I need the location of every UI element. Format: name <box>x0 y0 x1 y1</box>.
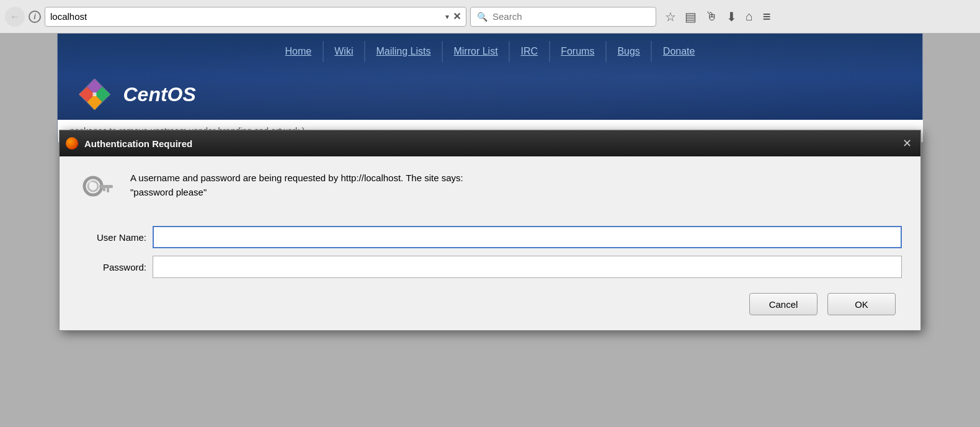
info-icon[interactable]: i <box>29 11 41 23</box>
svg-point-6 <box>84 178 102 195</box>
svg-rect-8 <box>99 185 113 188</box>
address-bar[interactable]: localhost ▾ ✕ <box>45 7 466 27</box>
search-placeholder-text: Search <box>492 11 522 22</box>
dialog-buttons: Cancel OK <box>78 293 902 315</box>
page-content: Home Wiki Mailing Lists Mirror List IRC … <box>0 34 980 427</box>
username-input[interactable] <box>153 226 902 248</box>
password-input[interactable] <box>153 256 902 278</box>
password-label: Password: <box>78 262 146 272</box>
svg-rect-10 <box>103 188 105 191</box>
reader-view-icon[interactable]: ▤ <box>685 9 697 24</box>
dialog-message-text: A username and password are being reques… <box>130 171 463 199</box>
form-area: User Name: Password: <box>78 226 902 278</box>
cancel-button[interactable]: Cancel <box>749 293 817 315</box>
svg-rect-9 <box>107 188 109 192</box>
username-row: User Name: <box>78 226 902 248</box>
dialog-title-left: Authentication Required <box>66 137 192 150</box>
search-icon: 🔍 <box>477 12 488 22</box>
address-dropdown-button[interactable]: ▾ <box>445 12 449 21</box>
dialog-title-text: Authentication Required <box>84 138 192 149</box>
username-label: User Name: <box>78 232 146 243</box>
pocket-icon[interactable]: 🖰 <box>705 9 718 24</box>
back-button[interactable]: ← <box>5 7 25 27</box>
key-icon <box>78 171 118 211</box>
ok-button[interactable]: OK <box>827 293 896 315</box>
download-icon[interactable]: ⬇ <box>726 9 737 24</box>
dialog-body: A username and password are being reques… <box>60 156 920 330</box>
address-clear-button[interactable]: ✕ <box>453 11 461 22</box>
dialog-titlebar: Authentication Required ✕ <box>60 130 920 156</box>
toolbar-icons: ☆ ▤ 🖰 ⬇ ⌂ <box>665 9 753 24</box>
dialog-close-button[interactable]: ✕ <box>899 136 914 151</box>
dialog-message-area: A username and password are being reques… <box>78 171 902 211</box>
browser-toolbar: ← i localhost ▾ ✕ 🔍 Search ☆ ▤ 🖰 ⬇ ⌂ ≡ <box>0 0 980 34</box>
browser-chrome: ← i localhost ▾ ✕ 🔍 Search ☆ ▤ 🖰 ⬇ ⌂ ≡ <box>0 0 980 34</box>
address-text: localhost <box>50 11 442 22</box>
auth-dialog: Authentication Required ✕ <box>59 130 921 331</box>
search-bar[interactable]: 🔍 Search <box>470 7 656 27</box>
password-row: Password: <box>78 256 902 278</box>
svg-point-11 <box>89 181 92 185</box>
home-icon[interactable]: ⌂ <box>746 9 753 24</box>
dialog-overlay: Authentication Required ✕ <box>0 34 980 427</box>
bookmark-star-icon[interactable]: ☆ <box>665 9 676 24</box>
menu-button[interactable]: ≡ <box>757 7 777 27</box>
firefox-icon <box>66 137 78 150</box>
